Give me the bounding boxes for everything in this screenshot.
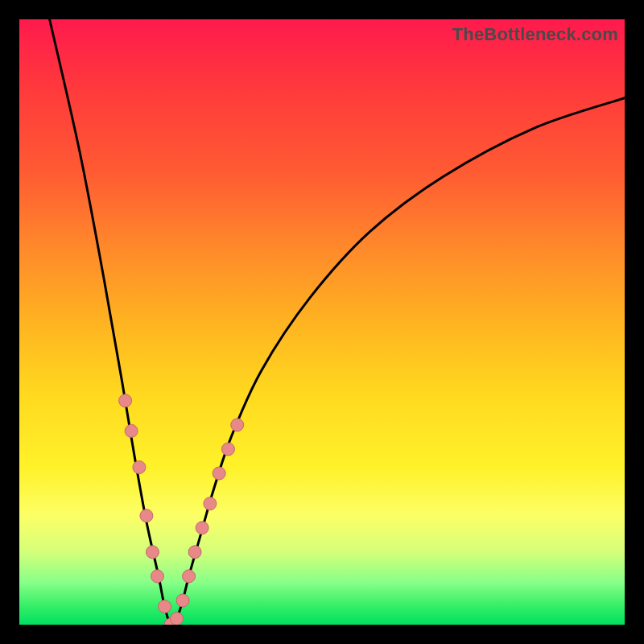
curve-dot — [188, 546, 201, 559]
chart-frame: TheBottleneck.com — [19, 19, 625, 625]
bottleneck-curve — [50, 19, 625, 625]
curve-dot — [119, 394, 132, 407]
curve-dot — [171, 612, 184, 625]
curve-dot — [133, 460, 146, 473]
bottleneck-curve-path — [50, 19, 625, 625]
curve-dot — [125, 424, 138, 437]
plot-area: TheBottleneck.com — [19, 19, 625, 625]
curve-dot — [176, 594, 189, 607]
curve-sample-dots — [119, 394, 244, 625]
curve-dot — [196, 522, 208, 535]
curve-dot — [213, 467, 225, 480]
curve-dot — [183, 570, 196, 583]
curve-dot — [204, 497, 217, 510]
curve-dot — [158, 600, 171, 613]
curve-dot — [151, 570, 163, 583]
curve-dot — [231, 419, 244, 431]
chart-svg — [19, 19, 625, 625]
curve-dot — [146, 546, 159, 559]
curve-dot — [221, 443, 234, 456]
curve-dot — [140, 510, 153, 522]
watermark-text: TheBottleneck.com — [452, 24, 618, 45]
